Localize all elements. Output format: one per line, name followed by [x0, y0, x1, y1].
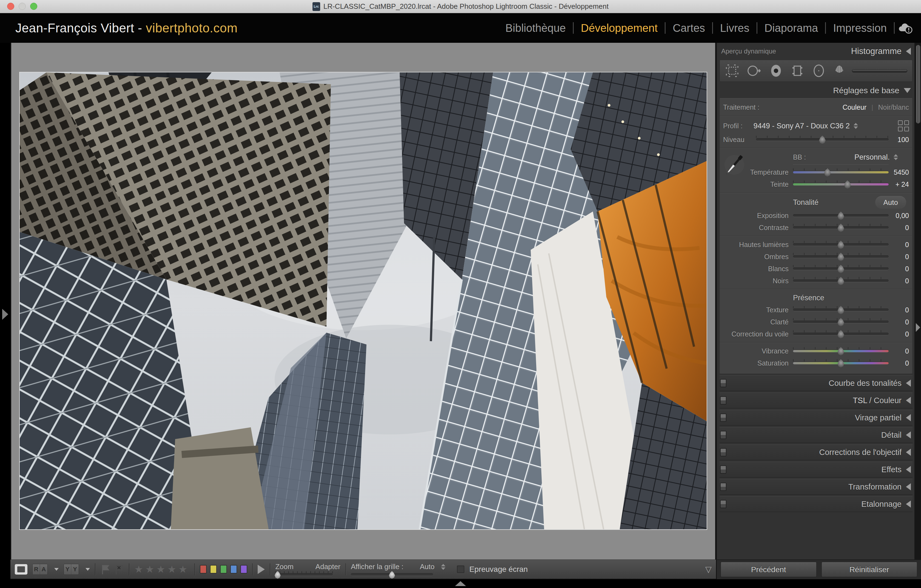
- contrast-slider[interactable]: [793, 226, 888, 229]
- hide-right-panel-arrow-icon[interactable]: [916, 323, 920, 332]
- amount-slider-thumb[interactable]: [819, 135, 826, 144]
- profile-browser-grid-icon[interactable]: [898, 121, 909, 131]
- color-label-green[interactable]: [220, 565, 227, 573]
- panel-enable-toggle[interactable]: [720, 396, 726, 404]
- crop-overlay-icon[interactable]: [725, 64, 740, 78]
- exposure-slider[interactable]: [793, 214, 888, 217]
- clarity-slider[interactable]: [793, 321, 888, 323]
- whites-slider-thumb[interactable]: [838, 265, 844, 273]
- panel-enable-toggle[interactable]: [720, 500, 726, 508]
- spot-removal-icon[interactable]: [746, 64, 762, 78]
- impromptu-slideshow-play-icon[interactable]: [258, 565, 265, 574]
- dehaze-slider-thumb[interactable]: [838, 330, 844, 339]
- white-balance-eyedropper-icon[interactable]: [724, 151, 745, 180]
- blacks-slider[interactable]: [793, 280, 888, 282]
- zoom-window-button[interactable]: [30, 3, 37, 10]
- collapse-arrow-icon[interactable]: [906, 414, 911, 421]
- minimize-window-button[interactable]: [19, 3, 26, 10]
- identity-site-link[interactable]: vibertphoto.com: [146, 21, 238, 35]
- compare-dropdown-caret-icon[interactable]: [54, 568, 59, 571]
- red-eye-icon[interactable]: [769, 64, 783, 78]
- panel-split-toning[interactable]: Virage partiel: [719, 410, 913, 426]
- clarity-slider-thumb[interactable]: [838, 318, 844, 326]
- auto-tone-button[interactable]: Auto: [875, 196, 906, 209]
- collapse-arrow-icon[interactable]: [906, 466, 911, 473]
- grid-size-slider[interactable]: [351, 573, 433, 576]
- softproof-checkbox[interactable]: [457, 565, 464, 573]
- panel-calibration[interactable]: Etalonnage: [719, 496, 913, 512]
- exposure-slider-thumb[interactable]: [838, 212, 844, 220]
- histogram-panel-header[interactable]: Aperçu dynamique Histogramme: [719, 43, 913, 60]
- module-developpement[interactable]: Développement: [574, 22, 665, 34]
- texture-slider-thumb[interactable]: [838, 306, 844, 314]
- show-left-panel-arrow-icon[interactable]: [2, 309, 8, 320]
- grid-size-slider-thumb[interactable]: [389, 571, 395, 579]
- collapse-arrow-icon[interactable]: [906, 48, 911, 55]
- show-filmstrip-arrow-icon[interactable]: [455, 581, 466, 586]
- highlights-slider[interactable]: [793, 243, 888, 246]
- zoom-slider-thumb[interactable]: [275, 571, 281, 579]
- panel-hsl-color[interactable]: TSL / Couleur: [719, 393, 913, 408]
- collapse-arrow-icon[interactable]: [906, 380, 911, 387]
- reject-flag-icon[interactable]: [114, 564, 124, 575]
- wb-value[interactable]: Personnal.: [854, 153, 890, 161]
- vibrance-slider[interactable]: [793, 350, 888, 352]
- panel-effects[interactable]: Effets: [719, 462, 913, 477]
- dehaze-slider[interactable]: [793, 333, 888, 336]
- zoom-label[interactable]: Zoom: [275, 562, 293, 571]
- panel-enable-toggle[interactable]: [720, 448, 726, 456]
- panel-enable-toggle[interactable]: [720, 379, 726, 387]
- compare-view-button[interactable]: RA: [33, 564, 48, 575]
- module-impression[interactable]: Impression: [826, 22, 894, 34]
- survey-dropdown-caret-icon[interactable]: [86, 568, 90, 571]
- module-diaporama[interactable]: Diaporama: [757, 22, 825, 34]
- color-label-purple[interactable]: [241, 565, 247, 573]
- collapse-arrow-icon[interactable]: [906, 500, 911, 508]
- tint-slider-thumb[interactable]: [844, 180, 851, 189]
- module-livres[interactable]: Livres: [713, 22, 757, 34]
- sync-cloud-icon[interactable]: [897, 22, 913, 34]
- panel-transform[interactable]: Transformation: [719, 479, 913, 495]
- shadows-slider-thumb[interactable]: [838, 252, 844, 261]
- panel-enable-toggle[interactable]: [720, 483, 726, 491]
- whites-slider[interactable]: [793, 267, 888, 270]
- panel-enable-toggle[interactable]: [720, 431, 726, 439]
- collapse-arrow-icon[interactable]: [906, 397, 911, 404]
- zoom-slider[interactable]: [275, 573, 333, 576]
- panel-scrollbar-thumb[interactable]: [916, 45, 920, 124]
- grid-mode-stepper-icon[interactable]: [441, 564, 446, 570]
- previous-button[interactable]: Précédent: [721, 562, 817, 577]
- panel-detail[interactable]: Détail: [719, 427, 913, 443]
- toolbar-options-popup-icon[interactable]: ▽: [705, 564, 711, 574]
- color-label-blue[interactable]: [230, 565, 237, 573]
- shadows-slider[interactable]: [793, 255, 888, 258]
- treatment-bw-option[interactable]: Noir/blanc: [878, 103, 909, 111]
- contrast-slider-thumb[interactable]: [838, 223, 844, 232]
- wb-stepper-icon[interactable]: [893, 154, 898, 160]
- photo-main[interactable]: [20, 72, 707, 529]
- amount-slider[interactable]: [756, 138, 888, 141]
- saturation-slider-thumb[interactable]: [838, 359, 844, 368]
- panel-tone-curve[interactable]: Courbe des tonalités: [719, 375, 913, 391]
- grid-mode-value[interactable]: Auto: [420, 562, 435, 571]
- close-window-button[interactable]: [7, 3, 14, 10]
- survey-view-button[interactable]: YY: [63, 564, 79, 575]
- basic-panel-header[interactable]: Réglages de base: [719, 83, 913, 98]
- panel-enable-toggle[interactable]: [720, 414, 726, 422]
- loupe-view-button[interactable]: [15, 564, 28, 575]
- expand-arrow-icon[interactable]: [904, 88, 911, 93]
- treatment-color-option[interactable]: Couleur: [843, 103, 867, 111]
- module-bibliotheque[interactable]: Bibliothèque: [498, 22, 573, 34]
- fit-label[interactable]: Adapter: [316, 562, 340, 571]
- blacks-slider-thumb[interactable]: [838, 277, 844, 285]
- color-label-yellow[interactable]: [210, 565, 217, 573]
- star-rating-control[interactable]: ★★★★★: [134, 564, 189, 575]
- collapse-arrow-icon[interactable]: [906, 449, 911, 456]
- tint-slider[interactable]: [793, 183, 888, 186]
- collapse-arrow-icon[interactable]: [906, 432, 911, 438]
- texture-slider[interactable]: [793, 308, 888, 311]
- vibrance-slider-thumb[interactable]: [838, 347, 844, 355]
- panel-lens-corrections[interactable]: Corrections de l'objectif: [719, 444, 913, 460]
- adjustment-brush-icon[interactable]: [833, 64, 845, 78]
- temperature-slider[interactable]: [793, 171, 888, 174]
